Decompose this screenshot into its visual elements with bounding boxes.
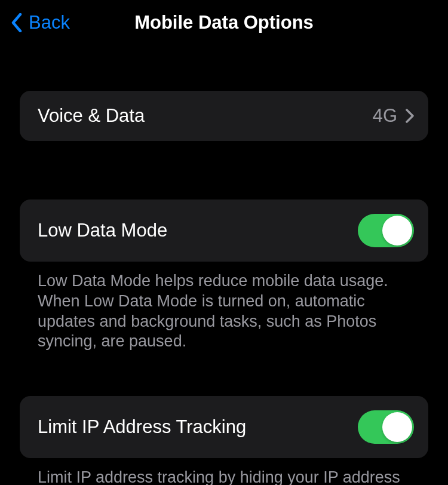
content: Voice & Data 4G Low Data Mode Low Data M… [0, 44, 448, 485]
limit-ip-group: Limit IP Address Tracking Limit IP addre… [20, 396, 428, 485]
limit-ip-label: Limit IP Address Tracking [38, 416, 246, 438]
low-data-mode-cell: Low Data Mode [20, 199, 428, 262]
toggle-knob [382, 412, 412, 442]
back-button[interactable]: Back [11, 12, 70, 33]
header: Back Mobile Data Options [0, 0, 448, 44]
toggle-knob [382, 216, 412, 245]
back-label: Back [29, 12, 70, 33]
chevron-left-icon [11, 13, 23, 32]
low-data-mode-footer: Low Data Mode helps reduce mobile data u… [20, 262, 428, 352]
limit-ip-cell: Limit IP Address Tracking [20, 396, 428, 458]
limit-ip-toggle[interactable] [358, 410, 414, 444]
limit-ip-footer: Limit IP address tracking by hiding your… [20, 458, 428, 485]
voice-data-value: 4G [373, 105, 397, 127]
low-data-mode-group: Low Data Mode Low Data Mode helps reduce… [20, 199, 428, 352]
cell-right: 4G [373, 105, 414, 127]
section-gap [20, 155, 428, 199]
low-data-mode-label: Low Data Mode [38, 220, 167, 241]
voice-data-cell[interactable]: Voice & Data 4G [20, 91, 428, 141]
voice-data-group: Voice & Data 4G [20, 91, 428, 141]
page-title: Mobile Data Options [134, 12, 314, 33]
voice-data-label: Voice & Data [38, 105, 145, 127]
low-data-mode-toggle[interactable] [358, 214, 414, 247]
section-gap [20, 366, 428, 396]
chevron-right-icon [406, 109, 414, 123]
